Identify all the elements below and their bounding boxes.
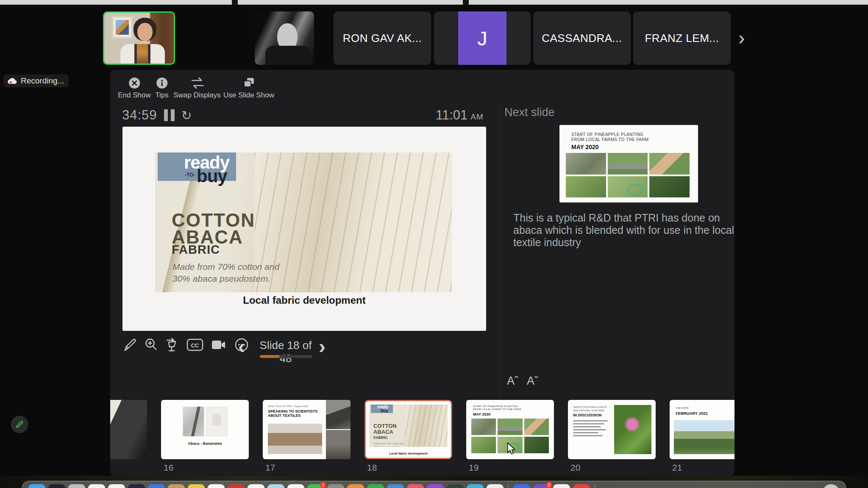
participant-name: CASSANDRA... <box>533 11 631 65</box>
filmstrip-slide-15[interactable] <box>110 400 147 473</box>
swap-displays-label: Swap Displays <box>173 91 221 100</box>
svg-text:CC: CC <box>191 342 199 349</box>
use-slide-show-label: Use Slide Show <box>223 91 274 100</box>
dock-app-icon[interactable] <box>168 484 185 488</box>
dock-app-icon[interactable] <box>188 484 205 488</box>
dock-app-icon[interactable] <box>128 484 145 488</box>
dock-app-icon[interactable] <box>387 484 404 488</box>
dock-app-icon[interactable] <box>28 484 45 488</box>
dock-app-icon[interactable] <box>407 484 424 488</box>
closed-captions-icon[interactable]: CC <box>186 336 204 353</box>
dock-app-icon[interactable] <box>88 484 105 488</box>
video-tile-name[interactable]: CASSANDRA... <box>533 11 631 65</box>
more-participants-chevron-icon[interactable]: › <box>738 26 745 49</box>
recording-indicator[interactable]: Recording... <box>3 75 69 87</box>
mini-title: COTTON ABACA <box>373 423 397 435</box>
next-thumb-header1: START OF PINEAPPLE PLANTING <box>571 132 643 137</box>
thumb-kicker: DOST TALK AT PTRI - August 2019 <box>268 405 308 408</box>
filmstrip-slide-21[interactable]: THE FARM FEBRUARY 2021 21 <box>670 400 734 473</box>
dock-app-icon[interactable] <box>573 484 590 488</box>
font-increase-button[interactable]: Aˆ <box>507 374 518 388</box>
ready-to-buy-logo: ready -TO- buy <box>158 152 236 181</box>
dock-app-icon[interactable] <box>208 484 225 488</box>
filmstrip-slide-20[interactable]: INDIGO TINCTORIA PLANTS AND NATURAL DYE … <box>568 400 656 473</box>
annotate-button[interactable] <box>11 416 28 433</box>
dock-app-icon[interactable] <box>148 484 165 488</box>
filmstrip-slide-18-current[interactable]: readybuy COTTON ABACA FABRIC Made from 7… <box>364 400 452 473</box>
dock-app-icon[interactable] <box>248 484 264 488</box>
dock-divider <box>595 484 595 488</box>
next-slide-thumbnail[interactable]: START OF PINEAPPLE PLANTING FROM LOCAL F… <box>559 125 698 202</box>
dock-app-icon[interactable] <box>48 484 65 488</box>
dock-app-icon[interactable] <box>513 484 530 488</box>
dock-app-icon[interactable] <box>347 484 364 488</box>
video-tile-active-speaker[interactable] <box>103 11 175 65</box>
dock-app-icon[interactable] <box>267 484 284 488</box>
slide-title-line3: FABRIC <box>172 243 220 257</box>
end-show-button[interactable]: End Show <box>118 77 151 100</box>
thumb-header: INDIGO TINCTORIA PLANTS AND NATURAL DYE … <box>573 406 607 412</box>
slide-progress-fill <box>260 355 280 358</box>
slide-progress-bar <box>260 355 312 358</box>
next-slide-button[interactable]: › <box>319 335 326 358</box>
slide-show-windows-icon <box>242 77 255 89</box>
presenter-notes: This is a typical R&D that PTRI has done… <box>513 212 751 249</box>
logo-to-text: -TO- <box>185 172 195 178</box>
next-thumb-photo-grid <box>566 153 690 197</box>
bw-jacket <box>265 46 310 65</box>
video-tile-name[interactable]: RON GAV AK... <box>334 11 431 65</box>
recording-label: Recording... <box>21 76 64 86</box>
dock[interactable]: 12 <box>22 481 846 488</box>
clock: 11:01 AM <box>436 108 484 123</box>
dock-app-icon[interactable] <box>447 484 464 488</box>
filmstrip-slide-19[interactable]: START OF PINEAPPLE PLANTING FROM LOCAL F… <box>466 400 554 473</box>
dock-app-icon[interactable] <box>68 484 85 488</box>
reset-timer-icon[interactable]: ↻ <box>181 108 192 123</box>
dock-app-icon[interactable] <box>228 484 245 488</box>
dock-app-icon[interactable] <box>553 484 570 488</box>
slide-subtitle-line2: 30% abaca pseudostem. <box>172 274 270 284</box>
close-circle-icon <box>128 77 141 89</box>
dock-app-icon[interactable] <box>367 484 384 488</box>
zoom-magnifier-icon[interactable] <box>144 336 158 353</box>
sliver-notch <box>463 0 469 5</box>
pointer-wand-icon[interactable] <box>164 336 180 353</box>
speaker-video-painting <box>112 16 133 39</box>
pause-timer-icon[interactable] <box>164 109 175 121</box>
video-tile-participant[interactable] <box>255 11 314 65</box>
side-photos <box>326 400 351 459</box>
dock-badge: 2 <box>546 482 552 488</box>
slide-filmstrip: Abaca - Bananatex 16 DOST TALK AT PTRI -… <box>110 400 734 475</box>
dock-app-icon[interactable]: 1 <box>307 484 324 488</box>
video-tile-name[interactable]: FRANZ LEM... <box>633 11 731 65</box>
filmstrip-row: Abaca - Bananatex 16 DOST TALK AT PTRI -… <box>110 400 734 473</box>
clock-time: 11:01 <box>436 108 467 123</box>
participant-name: FRANZ LEM... <box>633 11 731 65</box>
dock-app-icon[interactable] <box>427 484 444 488</box>
dock-app-icon[interactable]: 2 <box>533 484 550 488</box>
font-decrease-button[interactable]: Aˇ <box>527 374 538 388</box>
sliver-notch <box>232 0 238 5</box>
dock-app-icon[interactable] <box>327 484 344 488</box>
fabric-texture <box>255 152 452 292</box>
slide-number: 17 <box>265 463 351 473</box>
use-slide-show-button[interactable]: Use Slide Show <box>223 77 274 100</box>
camera-icon[interactable] <box>210 336 227 353</box>
pencil-icon[interactable] <box>122 336 137 353</box>
dock-app-icon[interactable] <box>287 484 304 488</box>
tips-button[interactable]: Tips <box>155 77 169 100</box>
slide-number: 19 <box>469 463 554 473</box>
thumb-title: FEBRUARY 2021 <box>676 411 708 416</box>
dock-app-icon[interactable] <box>487 484 504 488</box>
previous-slide-button[interactable]: ‹ <box>238 335 245 358</box>
slide-number: 16 <box>164 463 249 473</box>
slide-number: 21 <box>672 463 734 473</box>
dock-app-icon[interactable] <box>108 484 125 488</box>
filmstrip-slide-17[interactable]: DOST TALK AT PTRI - August 2019 SPEAKING… <box>263 400 351 473</box>
dock-app-icon[interactable] <box>823 484 840 488</box>
filmstrip-slide-16[interactable]: Abaca - Bananatex 16 <box>161 400 249 473</box>
mouse-cursor <box>507 442 516 455</box>
dock-app-icon[interactable] <box>467 484 484 488</box>
video-tile-avatar[interactable]: J <box>434 11 531 65</box>
swap-displays-button[interactable]: Swap Displays <box>173 77 221 100</box>
